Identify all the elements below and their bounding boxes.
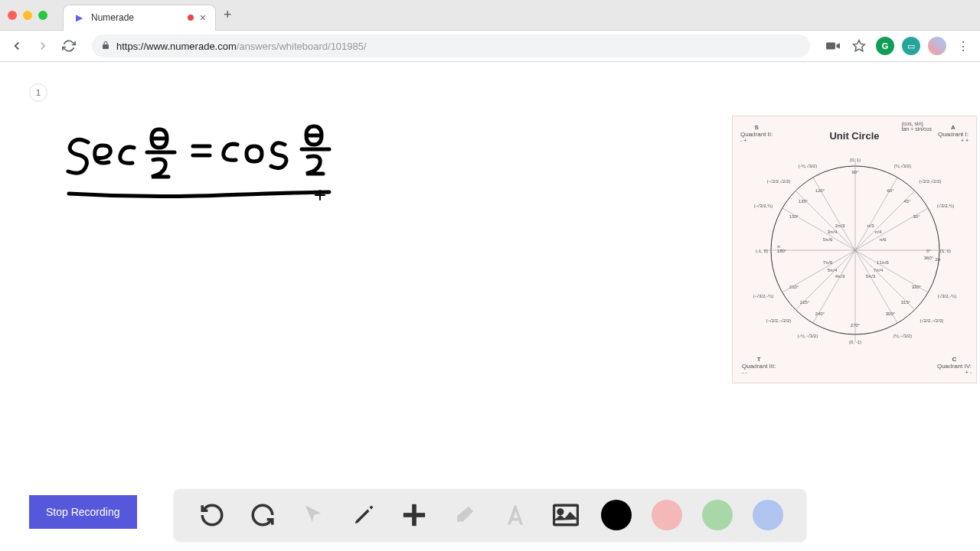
svg-text:(√3/2,-½): (√3/2,-½) [938, 294, 956, 298]
svg-text:5π/6: 5π/6 [823, 237, 833, 242]
extension-icon[interactable]: ▭ [902, 37, 920, 55]
back-button[interactable] [8, 37, 26, 55]
svg-text:180°: 180° [777, 249, 787, 253]
address-bar[interactable]: https://www.numerade.com/answers/whitebo… [92, 34, 810, 57]
forward-button[interactable] [34, 37, 52, 55]
svg-text:2π: 2π [935, 257, 940, 262]
svg-text:(-½,√3/2): (-½,√3/2) [799, 164, 817, 168]
svg-text:(0, -1): (0, -1) [849, 340, 861, 344]
svg-text:45°: 45° [903, 199, 911, 204]
svg-text:11π/6: 11π/6 [877, 260, 889, 265]
svg-text:π: π [777, 244, 780, 249]
svg-text:5π/4: 5π/4 [828, 268, 838, 272]
quadrant-2-label: S Quadrant II: - + [740, 124, 773, 143]
bookmark-star-icon[interactable] [850, 37, 868, 55]
svg-text:120°: 120° [815, 188, 825, 193]
window-controls [8, 11, 47, 20]
svg-text:(-√2/2,√2/2): (-√2/2,√2/2) [767, 179, 791, 184]
svg-text:(√2/2,-√2/2): (√2/2,-√2/2) [920, 318, 944, 323]
svg-text:2π/3: 2π/3 [835, 223, 845, 228]
svg-text:360°: 360° [924, 256, 934, 260]
svg-text:90°: 90° [851, 170, 859, 174]
tab-favicon-icon: ▶ [73, 11, 85, 24]
svg-text:270°: 270° [851, 323, 861, 328]
redo-button[interactable] [247, 500, 278, 530]
extension-grammarly-icon[interactable]: G [876, 37, 894, 55]
eraser-tool-button[interactable] [449, 500, 480, 530]
tab-close-icon[interactable]: × [200, 11, 206, 24]
svg-text:0°: 0° [926, 249, 931, 253]
quadrant-1-label: A Quadrant I: + + [938, 124, 969, 143]
svg-text:5π/3: 5π/3 [866, 274, 876, 279]
svg-text:(-√2/2,-√2/2): (-√2/2,-√2/2) [766, 318, 792, 323]
lock-icon [101, 41, 110, 52]
color-green-button[interactable] [702, 500, 733, 530]
svg-text:330°: 330° [912, 285, 922, 289]
unit-circle-diagram: (0, 1) 90° 60° 45° 30° 0° 360° (1, 0) 33… [752, 147, 959, 354]
svg-text:(½,√3/2): (½,√3/2) [894, 164, 911, 168]
profile-avatar-icon[interactable] [928, 37, 946, 55]
color-black-button[interactable] [601, 500, 632, 530]
page-number-badge[interactable]: 1 [29, 83, 47, 102]
window-close-icon[interactable] [8, 11, 17, 20]
svg-text:225°: 225° [800, 300, 810, 305]
stop-recording-button[interactable]: Stop Recording [29, 495, 137, 529]
svg-text:π/6: π/6 [879, 237, 887, 242]
undo-button[interactable] [197, 500, 227, 530]
svg-text:315°: 315° [901, 300, 911, 305]
image-tool-button[interactable] [550, 500, 581, 530]
svg-rect-60 [554, 505, 577, 525]
pencil-tool-button[interactable] [348, 500, 379, 530]
reload-button[interactable] [60, 37, 78, 55]
browser-tab[interactable]: ▶ Numerade × [63, 5, 216, 31]
svg-text:7π/4: 7π/4 [874, 268, 884, 272]
color-blue-button[interactable] [753, 500, 783, 530]
quadrant-3-label: T Quadrant III: - - [742, 356, 776, 375]
svg-text:(½,-√3/2): (½,-√3/2) [893, 334, 912, 338]
unit-circle-panel: S Quadrant II: - + A Quadrant I: + + T Q… [732, 116, 977, 383]
svg-rect-0 [826, 43, 835, 50]
window-minimize-icon[interactable] [23, 11, 32, 20]
svg-text:(1, 0): (1, 0) [940, 249, 951, 253]
svg-text:135°: 135° [799, 199, 808, 204]
text-tool-button[interactable] [500, 500, 531, 530]
svg-text:7π/6: 7π/6 [823, 260, 833, 265]
svg-text:210°: 210° [789, 285, 799, 289]
add-tool-button[interactable] [399, 500, 430, 530]
window-maximize-icon[interactable] [38, 11, 47, 20]
svg-text:(√3/2,½): (√3/2,½) [937, 204, 954, 208]
svg-text:150°: 150° [789, 214, 799, 219]
browser-toolbar: https://www.numerade.com/answers/whitebo… [0, 31, 980, 61]
pointer-tool-button[interactable] [298, 500, 328, 530]
recording-indicator-icon [188, 15, 194, 21]
new-tab-button[interactable]: + [224, 7, 232, 23]
svg-text:(0, 1): (0, 1) [850, 158, 861, 162]
svg-text:300°: 300° [886, 311, 896, 316]
svg-text:(√2/2,√2/2): (√2/2,√2/2) [920, 179, 942, 184]
svg-text:240°: 240° [815, 311, 825, 316]
svg-marker-1 [854, 41, 865, 51]
trig-rule: (cos, sin) tan = sin/cos [902, 121, 933, 132]
svg-text:(-½,-√3/2): (-½,-√3/2) [798, 334, 818, 338]
browser-chrome: ▶ Numerade × + https://www.numerade.com/… [0, 0, 980, 62]
svg-rect-59 [403, 513, 425, 517]
svg-text:(-√3/2,½): (-√3/2,½) [754, 204, 773, 208]
svg-text:4π/3: 4π/3 [835, 274, 845, 279]
tab-title: Numerade [91, 12, 181, 23]
whiteboard-content: 1 [0, 62, 980, 551]
drawing-toolbar [174, 489, 806, 541]
svg-text:(-√3/2,-½): (-√3/2,-½) [753, 294, 773, 298]
handwritten-equation [54, 116, 360, 253]
svg-text:3π/4: 3π/4 [828, 230, 838, 234]
svg-text:30°: 30° [913, 214, 920, 219]
titlebar: ▶ Numerade × + [0, 0, 980, 31]
color-pink-button[interactable] [652, 500, 682, 530]
url-text: https://www.numerade.com/answers/whitebo… [116, 41, 367, 52]
camera-icon[interactable] [824, 37, 842, 55]
svg-point-61 [558, 510, 563, 514]
quadrant-4-label: C Quadrant IV: + - [937, 356, 972, 375]
svg-text:π/4: π/4 [874, 230, 882, 234]
svg-text:(-1, 0): (-1, 0) [756, 249, 768, 253]
menu-icon[interactable]: ⋮ [954, 37, 972, 55]
svg-text:60°: 60° [887, 188, 894, 193]
